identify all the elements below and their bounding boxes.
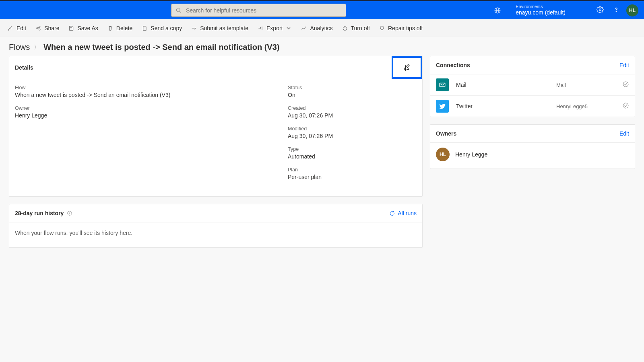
svg-point-7 (37, 27, 38, 29)
save-as-button[interactable]: Save As (68, 25, 98, 31)
chevron-down-icon (285, 25, 292, 31)
connection-row-mail[interactable]: Mail Mail (430, 74, 635, 95)
owner-label: Owner (15, 105, 288, 111)
search-box[interactable] (171, 4, 346, 17)
flow-value: When a new tweet is posted -> Send an em… (15, 92, 288, 98)
send-copy-button[interactable]: Send a copy (141, 25, 182, 31)
run-history-title: 28-day run history (15, 210, 64, 216)
twitter-icon (436, 100, 449, 113)
type-label: Type (288, 146, 417, 152)
check-icon (622, 81, 629, 89)
connections-edit-button[interactable]: Edit (619, 62, 629, 68)
user-avatar[interactable]: HL (626, 4, 638, 16)
settings-icon[interactable] (597, 6, 604, 15)
delete-button[interactable]: Delete (107, 25, 132, 31)
search-input[interactable] (186, 7, 342, 14)
environment-picker[interactable]: Environments enayu.com (default) (516, 4, 566, 16)
connection-account: HenryLegge5 (556, 103, 617, 109)
owner-value: Henry Legge (15, 112, 288, 119)
top-bar: Environments enayu.com (default) HL (0, 0, 644, 19)
mail-icon (436, 78, 449, 91)
owners-edit-button[interactable]: Edit (619, 130, 629, 137)
export-button[interactable]: Export (257, 25, 292, 31)
details-title: Details (15, 64, 33, 71)
svg-rect-12 (70, 26, 72, 27)
chevron-right-icon: 〉 (34, 44, 39, 51)
svg-point-5 (599, 8, 601, 10)
svg-line-11 (38, 28, 39, 29)
svg-point-0 (176, 8, 180, 12)
breadcrumb: Flows 〉 When a new tweet is posted -> Se… (0, 37, 644, 56)
connection-row-twitter[interactable]: Twitter HenryLegge5 (430, 95, 635, 117)
plan-label: Plan (288, 167, 417, 173)
svg-point-6 (616, 11, 616, 11)
connection-name: Mail (454, 82, 551, 88)
help-icon[interactable] (613, 6, 620, 15)
share-button[interactable]: Share (35, 25, 59, 31)
check-icon (622, 102, 629, 110)
breadcrumb-root[interactable]: Flows (9, 43, 30, 52)
connection-account: Mail (556, 82, 617, 88)
details-edit-button[interactable] (392, 56, 422, 79)
connections-card: Connections Edit Mail Mail Twitter Henry… (430, 56, 635, 117)
connections-title: Connections (436, 62, 470, 68)
created-label: Created (288, 105, 417, 111)
flow-label: Flow (15, 85, 288, 90)
modified-value: Aug 30, 07:26 PM (288, 133, 417, 139)
owner-row[interactable]: HL Henry Legge (430, 143, 635, 169)
all-runs-button[interactable]: All runs (389, 210, 417, 216)
run-history-empty: When your flow runs, you'll see its hist… (9, 222, 422, 247)
svg-point-24 (623, 82, 628, 87)
status-label: Status (288, 85, 417, 90)
owner-name: Henry Legge (455, 151, 487, 158)
breadcrumb-current: When a new tweet is posted -> Send an em… (43, 43, 279, 52)
svg-rect-13 (143, 27, 146, 30)
refresh-icon (389, 210, 395, 216)
plan-value: Per-user plan (288, 174, 417, 180)
environment-value: enayu.com (default) (516, 10, 566, 16)
owner-avatar: HL (436, 148, 450, 161)
owners-card: Owners Edit HL Henry Legge (430, 124, 635, 169)
submit-template-button[interactable]: Submit as template (191, 25, 248, 31)
run-history-card: 28-day run history All runs When your fl… (9, 204, 423, 248)
svg-line-10 (38, 27, 39, 28)
analytics-button[interactable]: Analytics (301, 25, 332, 31)
created-value: Aug 30, 07:26 PM (288, 112, 417, 119)
environment-icon[interactable] (494, 7, 501, 14)
search-icon (175, 7, 182, 14)
status-value: On (288, 92, 417, 98)
environment-label: Environments (516, 4, 566, 10)
svg-point-8 (39, 26, 40, 27)
owners-title: Owners (436, 130, 456, 137)
edit-button[interactable]: Edit (7, 25, 26, 31)
turn-off-button[interactable]: Turn off (342, 25, 370, 31)
svg-point-22 (70, 212, 70, 212)
modified-label: Modified (288, 126, 417, 132)
repair-tips-button[interactable]: Repair tips off (379, 25, 423, 31)
cursor-icon (403, 64, 411, 72)
type-value: Automated (288, 153, 417, 160)
svg-line-1 (180, 11, 181, 12)
svg-point-25 (623, 103, 628, 108)
info-icon[interactable] (67, 210, 72, 216)
details-card: Details FlowWhen a new tweet is posted -… (9, 56, 423, 197)
command-bar: Edit Share Save As Delete Send a copy Su… (0, 19, 644, 37)
connection-name: Twitter (454, 103, 551, 109)
svg-point-9 (39, 29, 40, 30)
